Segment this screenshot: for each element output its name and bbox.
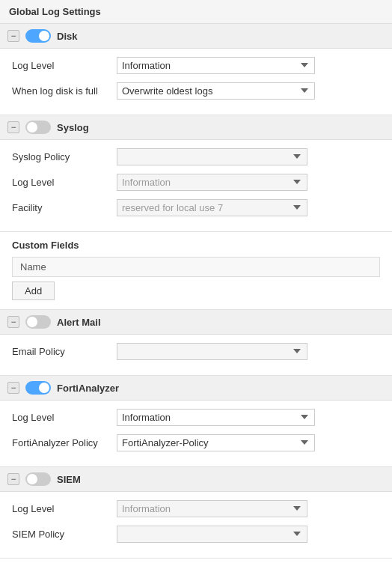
- fortianalyzer-policy-control: FortiAnalyzer-Policy: [117, 434, 380, 451]
- disk-log-level-row: Log Level Information Emergency Alert Cr…: [12, 55, 380, 76]
- siem-policy-control: [117, 526, 380, 543]
- fortianalyzer-log-level-select[interactable]: Information Emergency Debug: [117, 409, 315, 426]
- siem-log-level-control: Information Emergency Debug: [117, 500, 380, 517]
- syslog-policy-control: [117, 148, 380, 165]
- fortianalyzer-policy-row: FortiAnalyzer Policy FortiAnalyzer-Polic…: [12, 432, 380, 453]
- alert-mail-section-header: Alert Mail: [0, 310, 392, 335]
- syslog-policy-select[interactable]: [117, 148, 307, 165]
- alert-mail-section: Alert Mail Email Policy: [0, 310, 392, 376]
- page-title: Global Log Settings: [0, 0, 392, 24]
- syslog-label: Syslog: [57, 122, 89, 133]
- alert-mail-toggle[interactable]: [25, 315, 51, 329]
- fortianalyzer-policy-label: FortiAnalyzer Policy: [12, 437, 117, 448]
- syslog-section: Syslog Syslog Policy Log Level Informati…: [0, 115, 392, 232]
- email-policy-row: Email Policy: [12, 341, 380, 362]
- disk-section-header: Disk: [0, 24, 392, 49]
- syslog-policy-row: Syslog Policy: [12, 146, 380, 167]
- siem-collapse-button[interactable]: [7, 473, 19, 485]
- disk-full-label: When log disk is full: [12, 85, 117, 97]
- disk-label: Disk: [57, 31, 77, 42]
- add-custom-field-button[interactable]: Add: [12, 282, 55, 300]
- email-policy-label: Email Policy: [12, 346, 117, 357]
- syslog-section-content: Syslog Policy Log Level Information Emer…: [0, 140, 392, 231]
- syslog-collapse-button[interactable]: [7, 121, 19, 133]
- siem-policy-label: SIEM Policy: [12, 529, 117, 540]
- custom-fields-title: Custom Fields: [12, 240, 380, 251]
- disk-log-level-control: Information Emergency Alert Critical Err…: [117, 57, 380, 74]
- siem-section: SIEM Log Level Information Emergency Deb…: [0, 467, 392, 559]
- disk-full-select[interactable]: Overwrite oldest logs Do not log: [117, 82, 315, 100]
- disk-toggle[interactable]: [25, 29, 51, 43]
- syslog-facility-label: Facility: [12, 202, 117, 213]
- syslog-log-level-select[interactable]: Information Emergency Alert Debug: [117, 174, 307, 191]
- syslog-facility-select[interactable]: reserved for local use 7: [117, 199, 307, 216]
- fortianalyzer-section-header: FortiAnalyzer: [0, 376, 392, 401]
- fortianalyzer-toggle[interactable]: [25, 381, 51, 395]
- siem-label: SIEM: [57, 474, 81, 485]
- syslog-log-level-label: Log Level: [12, 177, 117, 188]
- disk-section-content: Log Level Information Emergency Alert Cr…: [0, 49, 392, 115]
- siem-toggle[interactable]: [25, 472, 51, 486]
- alert-mail-label: Alert Mail: [57, 317, 101, 328]
- siem-section-content: Log Level Information Emergency Debug SI…: [0, 492, 392, 558]
- disk-log-level-select[interactable]: Information Emergency Alert Critical Err…: [117, 57, 315, 74]
- alert-mail-collapse-button[interactable]: [7, 316, 19, 328]
- syslog-toggle[interactable]: [25, 121, 51, 134]
- siem-section-header: SIEM: [0, 467, 392, 492]
- disk-log-level-label: Log Level: [12, 60, 117, 71]
- syslog-log-level-row: Log Level Information Emergency Alert De…: [12, 171, 380, 192]
- email-policy-select[interactable]: [117, 343, 307, 360]
- custom-fields-section: Custom Fields Name Add: [0, 232, 392, 310]
- alert-mail-section-content: Email Policy: [0, 335, 392, 375]
- fortianalyzer-collapse-button[interactable]: [7, 382, 19, 394]
- fortianalyzer-log-level-label: Log Level: [12, 412, 117, 423]
- siem-policy-select[interactable]: [117, 526, 307, 543]
- fortianalyzer-policy-select[interactable]: FortiAnalyzer-Policy: [117, 434, 315, 451]
- fortianalyzer-section: FortiAnalyzer Log Level Information Emer…: [0, 376, 392, 467]
- fortianalyzer-log-level-control: Information Emergency Debug: [117, 409, 380, 426]
- disk-full-control: Overwrite oldest logs Do not log: [117, 82, 380, 100]
- syslog-policy-label: Syslog Policy: [12, 151, 117, 162]
- fortianalyzer-log-level-row: Log Level Information Emergency Debug: [12, 407, 380, 427]
- syslog-log-level-control: Information Emergency Alert Debug: [117, 174, 380, 191]
- disk-collapse-button[interactable]: [7, 30, 19, 42]
- siem-log-level-row: Log Level Information Emergency Debug: [12, 498, 380, 519]
- siem-log-level-select[interactable]: Information Emergency Debug: [117, 500, 307, 517]
- custom-fields-table-header: Name: [12, 257, 380, 277]
- syslog-facility-control: reserved for local use 7: [117, 199, 380, 216]
- fortianalyzer-section-content: Log Level Information Emergency Debug Fo…: [0, 401, 392, 466]
- siem-log-level-label: Log Level: [12, 503, 117, 514]
- siem-policy-row: SIEM Policy: [12, 523, 380, 544]
- fortianalyzer-label: FortiAnalyzer: [57, 383, 119, 394]
- email-policy-control: [117, 343, 380, 360]
- syslog-section-header: Syslog: [0, 115, 392, 140]
- disk-full-row: When log disk is full Overwrite oldest l…: [12, 80, 380, 101]
- syslog-facility-row: Facility reserved for local use 7: [12, 197, 380, 218]
- disk-section: Disk Log Level Information Emergency Ale…: [0, 24, 392, 115]
